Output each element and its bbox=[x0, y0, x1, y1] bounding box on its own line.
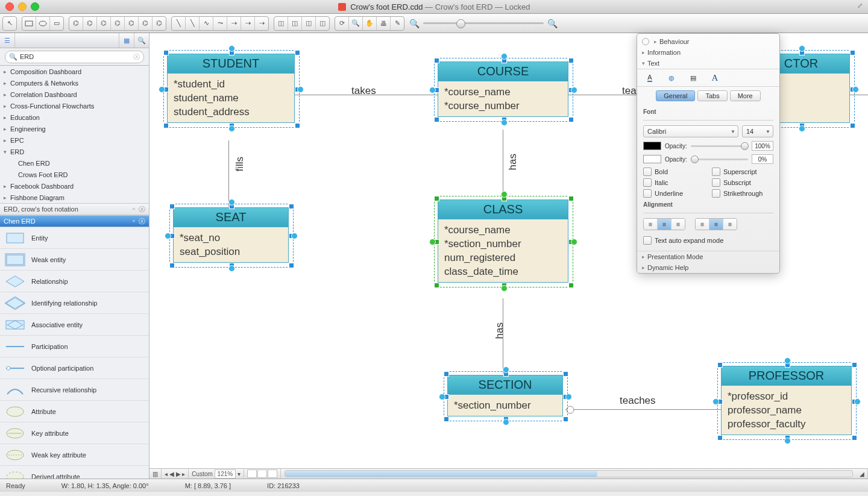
text-fill-icon[interactable]: ◍ bbox=[665, 71, 678, 84]
font-size-select[interactable]: 14▼ bbox=[742, 125, 773, 137]
bg-color-swatch[interactable] bbox=[643, 155, 661, 163]
shape-item[interactable]: Weak entity bbox=[0, 249, 149, 271]
inspector-tab-more[interactable]: More bbox=[730, 90, 761, 101]
rect-tool[interactable] bbox=[22, 17, 36, 30]
align-right-button[interactable]: ≡ bbox=[671, 219, 685, 230]
checkbox-superscript[interactable] bbox=[712, 168, 720, 176]
checkbox-strikethrough[interactable] bbox=[712, 189, 720, 198]
shape-item[interactable]: Optional participation bbox=[0, 357, 149, 379]
tree-tool-7[interactable]: ⌬ bbox=[153, 17, 166, 30]
entity-course[interactable]: COURSE *course_name *course_number bbox=[438, 61, 568, 117]
page-tabs-icon[interactable]: ▥ bbox=[149, 469, 162, 479]
text-para-icon[interactable]: ▤ bbox=[687, 71, 700, 84]
shape-item[interactable]: Key attribute bbox=[0, 422, 149, 444]
checkbox-bold[interactable] bbox=[643, 168, 652, 176]
tree-item[interactable]: ▸Fishbone Diagram bbox=[0, 192, 149, 203]
zoom-window-button[interactable] bbox=[31, 2, 39, 11]
page-nav[interactable]: ◂ ◀ ▶ ▸ bbox=[162, 469, 189, 479]
zoom-out-icon[interactable]: 🔍 bbox=[409, 19, 420, 28]
text-opacity-slider[interactable] bbox=[691, 145, 748, 147]
line-tool-2[interactable]: ╲ bbox=[186, 17, 200, 30]
valign-top-button[interactable]: ≡ bbox=[696, 219, 709, 230]
inspector-section-text[interactable]: Text bbox=[647, 60, 659, 67]
checkbox-italic[interactable] bbox=[643, 178, 652, 187]
library-header[interactable]: ERD, crow's foot notation▫ⓧ bbox=[0, 203, 149, 215]
shape-item[interactable]: Identifying relationship bbox=[0, 292, 149, 314]
curve-tool[interactable]: ∿ bbox=[200, 17, 213, 30]
library-header[interactable]: Chen ERD▫ⓧ bbox=[0, 215, 149, 227]
inspector-tab-general[interactable]: General bbox=[656, 90, 695, 101]
fullscreen-icon[interactable]: ⤢ bbox=[857, 2, 866, 10]
tree-item[interactable]: ▸Engineering bbox=[0, 123, 149, 134]
group-tool-4[interactable]: ◫ bbox=[316, 17, 329, 30]
tree-item[interactable]: ▸Composition Dashboard bbox=[0, 66, 149, 77]
valign-middle-button[interactable]: ≡ bbox=[709, 219, 723, 230]
horizontal-scrollbar[interactable] bbox=[285, 470, 853, 477]
checkbox-underline[interactable] bbox=[643, 189, 652, 198]
shape-item[interactable]: Weak key attribute bbox=[0, 444, 149, 466]
tree-item[interactable]: ▸Correlation Dashboard bbox=[0, 89, 149, 100]
library-grid-icon[interactable]: ▦ bbox=[119, 33, 134, 48]
library-tree[interactable]: ▸Composition Dashboard▸Computers & Netwo… bbox=[0, 66, 149, 203]
close-window-button[interactable] bbox=[5, 2, 14, 11]
text-opacity-value[interactable]: 100% bbox=[752, 141, 773, 151]
tree-item[interactable]: ▸EPC bbox=[0, 134, 149, 146]
inspector-tab-tabs[interactable]: Tabs bbox=[697, 90, 727, 101]
zoom-slider[interactable]: 🔍 🔍 bbox=[409, 19, 558, 28]
view-switcher[interactable] bbox=[244, 469, 281, 479]
ellipse-tool[interactable] bbox=[36, 17, 50, 30]
inspector-foot-presentation[interactable]: Presentation Mode bbox=[647, 253, 703, 260]
connector-tool-1[interactable]: ⤳ bbox=[213, 17, 227, 30]
shape-item[interactable]: Recursive relationship bbox=[0, 379, 149, 401]
tree-tool-3[interactable]: ⌬ bbox=[97, 17, 111, 30]
zoom-value[interactable]: 121% bbox=[215, 469, 236, 479]
connector-tool-2[interactable]: ⇢ bbox=[227, 17, 241, 30]
shape-item[interactable]: Participation bbox=[0, 336, 149, 357]
h-align-group[interactable]: ≡ ≡ ≡ bbox=[643, 218, 685, 230]
v-align-group[interactable]: ≡ ≡ ≡ bbox=[695, 218, 737, 230]
text-color-swatch[interactable] bbox=[643, 142, 661, 150]
shape-palette[interactable]: EntityWeak entityRelationshipIdentifying… bbox=[0, 227, 149, 479]
tree-item[interactable]: ▾ERD bbox=[0, 146, 149, 157]
pan-tool[interactable]: ✋ bbox=[363, 17, 377, 30]
edit-tool[interactable]: ✎ bbox=[391, 17, 404, 30]
entity-class[interactable]: CLASS *course_name *section_number num_r… bbox=[438, 199, 568, 283]
tree-item[interactable]: ▸Education bbox=[0, 111, 149, 123]
lib-close-icon[interactable]: ⓧ bbox=[139, 217, 145, 226]
connector-tool-4[interactable]: ⇢ bbox=[255, 17, 268, 30]
group-tool-2[interactable]: ◫ bbox=[288, 17, 302, 30]
entity-professor[interactable]: PROFESSOR *professor_id professor_name p… bbox=[721, 366, 852, 435]
align-left-button[interactable]: ≡ bbox=[644, 219, 658, 230]
inspector-foot-help[interactable]: Dynamic Help bbox=[647, 264, 688, 271]
tree-item[interactable]: ▸Facebook Dashboard bbox=[0, 180, 149, 192]
tree-tool-1[interactable]: ⌬ bbox=[69, 17, 83, 30]
tree-tool-2[interactable]: ⌬ bbox=[83, 17, 97, 30]
rel-fills-line[interactable] bbox=[228, 140, 229, 207]
zoom-in-icon[interactable]: 🔍 bbox=[547, 19, 558, 28]
entity-section[interactable]: SECTION *section_number bbox=[447, 375, 563, 416]
inspector-section-information[interactable]: Information bbox=[647, 49, 681, 56]
clear-search-icon[interactable]: ⓧ bbox=[133, 52, 140, 61]
text-tool[interactable]: ▭ bbox=[50, 17, 63, 30]
text-under-icon[interactable]: A bbox=[643, 71, 656, 84]
tree-item[interactable]: ▸Computers & Networks bbox=[0, 77, 149, 89]
auto-expand-checkbox[interactable] bbox=[643, 236, 652, 245]
inspector-panel[interactable]: ▸Behaviour ▸Information ▾Text A ◍ ▤ A Ge… bbox=[637, 33, 780, 274]
inspector-section-behaviour[interactable]: Behaviour bbox=[659, 38, 690, 45]
tree-tool-6[interactable]: ⌬ bbox=[139, 17, 153, 30]
search-tool[interactable]: 🔍 bbox=[349, 17, 363, 30]
refresh-tool[interactable]: ⟳ bbox=[335, 17, 349, 30]
entity-student[interactable]: STUDENT *student_id student_name student… bbox=[167, 54, 295, 123]
library-search-input[interactable]: 🔍 ERD ⓧ bbox=[5, 51, 144, 63]
library-search-icon[interactable]: 🔍 bbox=[134, 33, 149, 48]
print-tool[interactable]: 🖶 bbox=[377, 17, 391, 30]
group-tool-3[interactable]: ◫ bbox=[302, 17, 316, 30]
tree-item[interactable]: Chen ERD bbox=[0, 157, 149, 169]
shape-item[interactable]: Entity bbox=[0, 227, 149, 249]
shape-item[interactable]: Attribute bbox=[0, 401, 149, 422]
align-center-button[interactable]: ≡ bbox=[658, 219, 671, 230]
lib-close-icon[interactable]: ⓧ bbox=[139, 205, 145, 214]
shape-item[interactable]: Relationship bbox=[0, 271, 149, 292]
tree-item[interactable]: Crows Foot ERD bbox=[0, 169, 149, 180]
library-tree-icon[interactable]: ☰ bbox=[0, 33, 15, 48]
